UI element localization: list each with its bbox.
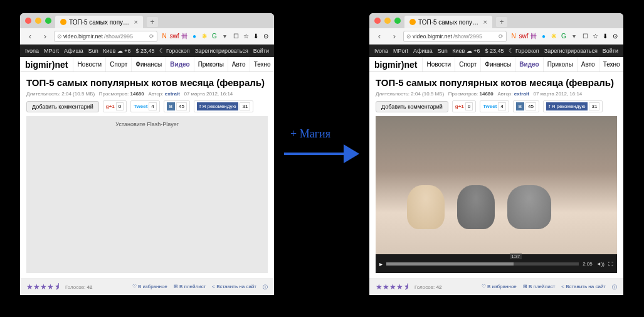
extension-icon[interactable]: N bbox=[509, 32, 518, 41]
topbar-link[interactable]: Афиша bbox=[64, 48, 83, 54]
topbar-link[interactable]: Sun bbox=[438, 48, 448, 54]
gplus-button[interactable]: g+10 bbox=[452, 100, 476, 112]
refresh-icon[interactable]: ⟳ bbox=[149, 33, 154, 40]
topbar-link[interactable]: ☾ Гороскоп bbox=[159, 48, 189, 54]
topbar-link[interactable]: Киев ☁ +6 bbox=[452, 48, 480, 54]
info-icon[interactable]: ⓘ bbox=[612, 284, 617, 291]
nav-item[interactable]: Техно bbox=[599, 57, 624, 72]
site-logo[interactable]: bigmir)net bbox=[20, 60, 73, 70]
topbar-link[interactable]: ☾ Гороскоп bbox=[509, 48, 539, 54]
topbar-link[interactable]: Зарегистрироваться bbox=[195, 48, 248, 54]
favorite-button[interactable]: ♡ В избранное bbox=[482, 284, 517, 291]
nav-item[interactable]: Приколы bbox=[543, 57, 577, 72]
topbar-link[interactable]: Зарегистрироваться bbox=[544, 48, 598, 54]
tab-close-icon[interactable]: × bbox=[134, 18, 138, 26]
fb-button[interactable]: f Я рекомендую31 bbox=[543, 100, 603, 112]
toolbar-icon[interactable]: ⬇ bbox=[601, 32, 610, 41]
extension-icon[interactable]: ● bbox=[539, 32, 548, 41]
nav-item[interactable]: Авто bbox=[228, 57, 250, 72]
topbar-link[interactable]: Ivona bbox=[374, 48, 388, 54]
extension-icon[interactable]: swf bbox=[519, 32, 528, 41]
fb-button[interactable]: f Я рекомендую31 bbox=[194, 100, 253, 112]
embed-button[interactable]: < Вставить на сайт bbox=[212, 284, 256, 291]
topbar-link[interactable]: Sun bbox=[88, 48, 98, 54]
extension-icon[interactable]: G bbox=[559, 32, 568, 41]
volume-icon[interactable]: ◄)) bbox=[596, 261, 604, 267]
nav-item[interactable]: Приколы bbox=[194, 57, 228, 72]
tab-close-icon[interactable]: × bbox=[483, 18, 487, 26]
extension-icon[interactable]: N bbox=[160, 32, 169, 41]
maximize-window-icon[interactable] bbox=[394, 18, 401, 24]
topbar-link[interactable]: Афиша bbox=[413, 48, 433, 54]
tweet-button[interactable]: Tweet4 bbox=[130, 100, 160, 112]
nav-item[interactable]: Видео bbox=[166, 57, 193, 72]
toolbar-icon[interactable]: ⊙ bbox=[261, 32, 270, 41]
nav-item[interactable]: Финансы bbox=[480, 57, 515, 72]
extension-icon[interactable]: swf bbox=[170, 32, 179, 41]
nav-item[interactable]: Видео bbox=[515, 57, 542, 72]
tweet-button[interactable]: Tweet4 bbox=[480, 100, 509, 112]
toolbar-icon[interactable]: ⬇ bbox=[251, 32, 260, 41]
forward-button[interactable]: › bbox=[39, 31, 51, 42]
extension-icon[interactable]: 卌 bbox=[180, 32, 189, 41]
topbar-link[interactable]: MPort bbox=[393, 48, 408, 54]
add-comment-button[interactable]: Добавить комментарий bbox=[376, 101, 448, 112]
new-tab-button[interactable]: + bbox=[147, 17, 158, 27]
extension-icon[interactable]: ❋ bbox=[200, 32, 209, 41]
nav-item[interactable]: Новости bbox=[422, 57, 455, 72]
browser-tab[interactable]: ТОП-5 самых популярн... × bbox=[55, 16, 143, 28]
topbar-link[interactable]: Киев ☁ +6 bbox=[103, 48, 130, 54]
fullscreen-icon[interactable]: ⛶ bbox=[608, 261, 613, 267]
extension-icon[interactable]: ▾ bbox=[220, 32, 229, 41]
vk-button[interactable]: В45 bbox=[513, 100, 539, 112]
nav-item[interactable]: Финансы bbox=[131, 57, 166, 72]
embed-button[interactable]: < Вставить на сайт bbox=[561, 284, 606, 291]
extension-icon[interactable]: ❋ bbox=[549, 32, 558, 41]
url-bar[interactable]: ⊘ video.bigmir.net /show/2995 ⟳ bbox=[403, 31, 507, 42]
maximize-window-icon[interactable] bbox=[45, 18, 51, 24]
topbar-link[interactable]: Ivona bbox=[25, 48, 39, 54]
close-window-icon[interactable] bbox=[374, 18, 381, 24]
site-logo[interactable]: bigmir)net bbox=[369, 60, 422, 70]
video-player[interactable]: ▸ 1:37 2:05 ◄)) ⛶ bbox=[376, 116, 617, 273]
toolbar-icon[interactable]: ☐ bbox=[231, 32, 240, 41]
nav-item[interactable]: Спорт bbox=[105, 57, 131, 72]
back-button[interactable]: ‹ bbox=[373, 31, 386, 42]
author-value[interactable]: extrait bbox=[165, 91, 180, 97]
extension-icon[interactable]: ▾ bbox=[569, 32, 578, 41]
rating-stars[interactable]: ★★★★⯨ bbox=[26, 282, 61, 291]
nav-item[interactable]: Спорт bbox=[455, 57, 480, 72]
back-button[interactable]: ‹ bbox=[24, 31, 36, 42]
nav-item[interactable]: Новости bbox=[73, 57, 105, 72]
info-icon[interactable]: ⓘ bbox=[263, 284, 268, 291]
url-bar[interactable]: ⊘ video.bigmir.net /show/2995 ⟳ bbox=[54, 31, 157, 42]
vk-button[interactable]: В45 bbox=[164, 100, 190, 112]
nav-item[interactable]: Авто bbox=[577, 57, 599, 72]
close-window-icon[interactable] bbox=[25, 18, 31, 24]
author-value[interactable]: extrait bbox=[514, 91, 529, 97]
topbar-link[interactable]: $ 23,45 bbox=[485, 48, 504, 54]
playlist-button[interactable]: ⊞ В плейлист bbox=[523, 284, 556, 291]
progress-bar[interactable]: 1:37 bbox=[386, 262, 579, 266]
new-tab-button[interactable]: + bbox=[496, 17, 507, 27]
playlist-button[interactable]: ⊞ В плейлист bbox=[174, 284, 206, 291]
forward-button[interactable]: › bbox=[388, 31, 401, 42]
extension-icon[interactable]: G bbox=[210, 32, 219, 41]
extension-icon[interactable]: ● bbox=[190, 32, 199, 41]
extension-icon[interactable]: 卌 bbox=[529, 32, 538, 41]
minimize-window-icon[interactable] bbox=[384, 18, 391, 24]
play-button[interactable]: ▸ bbox=[379, 261, 383, 267]
gplus-button[interactable]: g+10 bbox=[103, 100, 127, 112]
add-comment-button[interactable]: Добавить комментарий bbox=[26, 101, 99, 112]
toolbar-icon[interactable]: ☐ bbox=[581, 32, 589, 41]
toolbar-icon[interactable]: ⊙ bbox=[611, 32, 620, 41]
topbar-link[interactable]: $ 23,45 bbox=[135, 48, 154, 54]
rating-stars[interactable]: ★★★★⯨ bbox=[376, 282, 411, 291]
topbar-link[interactable]: Войти bbox=[253, 48, 269, 54]
browser-tab[interactable]: ТОП-5 самых популярн... × bbox=[404, 16, 492, 28]
minimize-window-icon[interactable] bbox=[35, 18, 41, 24]
topbar-link[interactable]: MPort bbox=[44, 48, 59, 54]
toolbar-icon[interactable]: ☆ bbox=[241, 32, 250, 41]
topbar-link[interactable]: Войти bbox=[603, 48, 618, 54]
favorite-button[interactable]: ♡ В избранное bbox=[132, 284, 167, 291]
